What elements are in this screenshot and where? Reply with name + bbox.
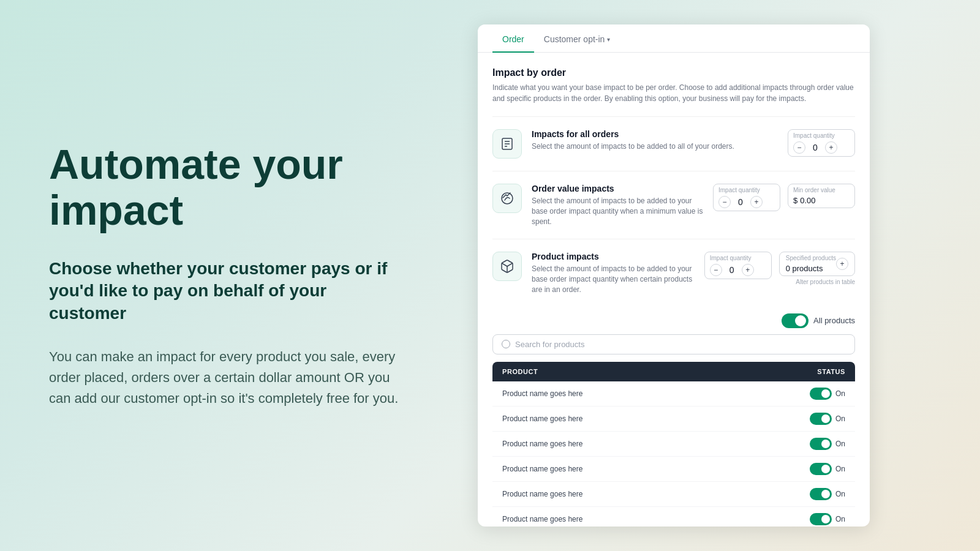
product-impacts-qty-value: 0: [727, 265, 737, 275]
order-value-info: Order value impacts Select the amount of…: [532, 184, 703, 227]
content-area: Impact by order Indicate what you want y…: [478, 53, 870, 527]
product-impacts-qty-control: − 0 +: [710, 264, 766, 276]
impact-row-order-value: Order value impacts Select the amount of…: [492, 171, 855, 239]
order-value-qty-label: Impact quantity: [718, 187, 775, 193]
col-status: STATUS: [726, 362, 855, 381]
product-name-cell: Product name goes here: [492, 481, 726, 506]
order-value-quantity-box: Impact quantity − 0 +: [713, 184, 780, 211]
section-title: Impact by order: [492, 67, 855, 78]
specified-count: 0 products: [786, 264, 823, 273]
specified-products-inner: Specified products 0 products: [786, 255, 836, 273]
row-toggle-4[interactable]: [810, 488, 832, 500]
tabs-bar: Order Customer opt-in ▾: [478, 24, 870, 53]
status-cell: On: [726, 456, 855, 481]
left-panel: Automate your impact Choose whether your…: [0, 105, 453, 446]
specified-label: Specified products: [786, 255, 836, 261]
table-row: Product name goes here On: [492, 506, 855, 527]
row-toggle-knob-3: [821, 465, 830, 473]
table-row: Product name goes here On: [492, 406, 855, 431]
on-label-4: On: [835, 490, 845, 498]
chevron-icon: ▾: [607, 36, 610, 43]
all-orders-increment-button[interactable]: +: [825, 141, 837, 154]
specified-products-box: Specified products 0 products +: [779, 252, 855, 276]
impact-row-all-orders: Impacts for all orders Select the amount…: [492, 116, 855, 171]
all-orders-qty-label: Impact quantity: [793, 132, 850, 139]
subheadline: Choose whether your customer pays or if …: [49, 258, 404, 324]
tab-order[interactable]: Order: [492, 24, 534, 53]
product-name-cell: Product name goes here: [492, 406, 726, 431]
all-orders-decrement-button[interactable]: −: [793, 141, 805, 154]
order-value-desc: Select the amount of impacts to be added…: [532, 196, 703, 227]
row-toggle-3[interactable]: [810, 463, 832, 475]
all-orders-qty-control: − 0 +: [793, 141, 850, 154]
on-label-1: On: [835, 414, 845, 423]
table-row: Product name goes here On: [492, 431, 855, 456]
order-value-decrement-button[interactable]: −: [718, 196, 731, 208]
order-value-icon: [492, 184, 522, 213]
table-row: Product name goes here On: [492, 381, 855, 407]
product-impacts-quantity-box: Impact quantity − 0 +: [704, 252, 772, 279]
all-orders-desc: Select the amount of impacts to be added…: [532, 141, 778, 152]
alter-products-text: Alter products in table: [779, 279, 855, 285]
product-impacts-info: Product impacts Select the amount of imp…: [532, 252, 695, 294]
body-text: You can make an impact for every product…: [49, 347, 404, 409]
status-cell: On: [726, 406, 855, 431]
specified-products-wrapper: Specified products 0 products + Alter pr…: [779, 252, 855, 285]
order-value-title: Order value impacts: [532, 184, 703, 193]
order-value-qty-control: − 0 +: [718, 196, 775, 208]
product-impacts-desc: Select the amount of impacts to be added…: [532, 264, 695, 294]
min-order-label: Min order value: [793, 187, 850, 193]
specified-value: 0 products: [786, 264, 836, 273]
product-name-cell: Product name goes here: [492, 456, 726, 481]
row-toggle-2[interactable]: [810, 438, 832, 450]
all-orders-controls: Impact quantity − 0 +: [788, 129, 855, 157]
all-products-label: All products: [813, 316, 855, 325]
status-cell: On: [726, 431, 855, 456]
search-box[interactable]: Search for products: [492, 334, 855, 354]
on-label-5: On: [835, 515, 845, 523]
row-toggle-0[interactable]: [810, 388, 832, 400]
product-impacts-increment-button[interactable]: +: [742, 264, 754, 276]
headline: Automate your impact: [49, 141, 404, 233]
toggle-knob: [795, 315, 806, 326]
row-toggle-knob-5: [821, 515, 830, 523]
on-label-2: On: [835, 440, 845, 448]
min-order-box: Min order value $ 0.00: [788, 184, 855, 208]
status-cell: On: [726, 481, 855, 506]
all-products-toggle[interactable]: [782, 313, 809, 328]
table-row: Product name goes here On: [492, 456, 855, 481]
row-toggle-1[interactable]: [810, 413, 832, 425]
on-label-0: On: [835, 389, 845, 398]
product-name-cell: Product name goes here: [492, 381, 726, 407]
row-toggle-5[interactable]: [810, 513, 832, 525]
col-product: PRODUCT: [492, 362, 726, 381]
row-toggle-knob-0: [821, 389, 830, 398]
search-icon: [502, 340, 510, 348]
product-impacts-controls: Impact quantity − 0 + Specified products…: [704, 252, 855, 285]
all-orders-title: Impacts for all orders: [532, 129, 778, 139]
table-row: Product name goes here On: [492, 481, 855, 506]
product-impacts-title: Product impacts: [532, 252, 695, 261]
all-orders-icon: [492, 129, 522, 159]
product-impacts-qty-label: Impact quantity: [710, 255, 766, 261]
product-impacts-icon: [492, 252, 522, 281]
right-panel: Order Customer opt-in ▾ Impact by order …: [478, 24, 870, 527]
min-order-value: $ 0.00: [793, 196, 850, 205]
tab-customer-optin[interactable]: Customer opt-in ▾: [534, 24, 620, 53]
search-placeholder-text: Search for products: [515, 340, 584, 349]
order-value-qty-value: 0: [736, 197, 745, 207]
row-toggle-knob-1: [821, 414, 830, 423]
specified-add-button[interactable]: +: [836, 258, 848, 270]
all-products-row: All products: [492, 307, 855, 334]
product-impacts-decrement-button[interactable]: −: [710, 264, 722, 276]
min-order-amount: 0.00: [800, 196, 815, 205]
currency-symbol: $: [793, 196, 797, 205]
product-name-cell: Product name goes here: [492, 431, 726, 456]
all-orders-info: Impacts for all orders Select the amount…: [532, 129, 778, 152]
order-value-controls: Impact quantity − 0 + Min order value $ …: [713, 184, 855, 211]
order-value-increment-button[interactable]: +: [750, 196, 763, 208]
on-label-3: On: [835, 465, 845, 473]
status-cell: On: [726, 506, 855, 527]
status-cell: On: [726, 381, 855, 407]
product-name-cell: Product name goes here: [492, 506, 726, 527]
